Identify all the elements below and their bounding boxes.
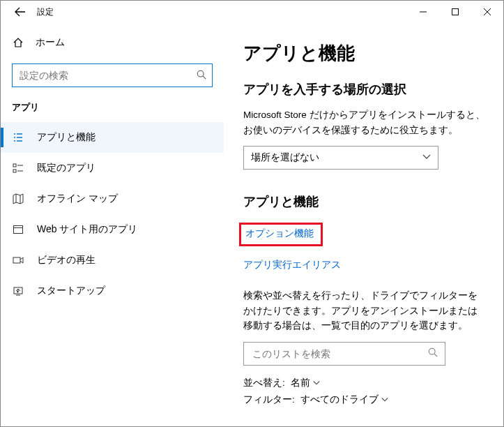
optional-features-link[interactable]: オプション機能: [239, 223, 323, 246]
apps-description: 検索や並べ替えを行ったり、ドライブでフィルターをかけたりできます。アプリをアンイ…: [243, 288, 485, 334]
install-source-dropdown[interactable]: 場所を選ばない: [243, 146, 438, 170]
minimize-icon: [420, 8, 427, 15]
dropdown-value: 場所を選ばない: [251, 151, 319, 164]
sidebar-item-label: アプリと機能: [37, 131, 96, 144]
home-label: ホーム: [36, 36, 65, 49]
search-icon: [428, 347, 438, 359]
sidebar-item-label: Web サイト用のアプリ: [37, 223, 137, 236]
window-title: 設定: [34, 6, 54, 18]
sidebar-item-apps-features[interactable]: アプリと機能: [1, 122, 224, 153]
list-icon: [12, 132, 24, 143]
video-icon: [12, 255, 24, 266]
home-nav[interactable]: ホーム: [1, 29, 224, 57]
defaults-icon: [12, 163, 24, 174]
sidebar-item-default-apps[interactable]: 既定のアプリ: [1, 153, 224, 183]
sort-label: 並べ替え:: [243, 377, 285, 389]
page-title: アプリと機能: [243, 41, 485, 66]
filter-control[interactable]: フィルター: すべてのドライブ: [243, 394, 485, 406]
sort-value: 名前: [291, 377, 310, 389]
chevron-down-icon: [313, 380, 320, 387]
sidebar-item-startup[interactable]: スタートアップ: [1, 276, 224, 306]
app-list-search-input[interactable]: [251, 347, 428, 360]
filter-label: フィルター:: [243, 394, 295, 406]
website-icon: [12, 224, 24, 235]
sidebar-item-label: ビデオの再生: [37, 254, 96, 267]
sidebar-item-offline-maps[interactable]: オフライン マップ: [1, 183, 224, 214]
svg-rect-0: [452, 9, 459, 15]
filter-value: すべてのドライブ: [300, 394, 379, 406]
back-button[interactable]: [6, 1, 34, 23]
app-list-search[interactable]: [243, 342, 445, 366]
close-button[interactable]: [471, 1, 503, 23]
chevron-down-icon: [422, 152, 431, 163]
maximize-icon: [452, 8, 459, 15]
sidebar-item-website-apps[interactable]: Web サイト用のアプリ: [1, 214, 224, 245]
sidebar-item-label: 既定のアプリ: [37, 162, 96, 174]
sidebar-item-video-playback[interactable]: ビデオの再生: [1, 245, 224, 276]
map-icon: [12, 193, 24, 204]
arrow-left-icon: [15, 6, 26, 17]
settings-search[interactable]: [12, 63, 213, 87]
sidebar: ホーム アプリ アプリと機能 既定のアプリ: [1, 23, 224, 426]
source-heading: アプリを入手する場所の選択: [243, 81, 485, 98]
minimize-button[interactable]: [407, 1, 439, 23]
chevron-down-icon: [381, 396, 388, 403]
startup-icon: [12, 285, 24, 297]
sidebar-item-label: スタートアップ: [37, 285, 105, 297]
settings-search-input[interactable]: [18, 69, 197, 82]
apps-heading: アプリと機能: [243, 193, 485, 210]
app-exec-alias-link[interactable]: アプリ実行エイリアス: [243, 259, 341, 271]
svg-rect-5: [14, 226, 23, 234]
svg-point-1: [197, 70, 204, 77]
maximize-button[interactable]: [439, 1, 471, 23]
svg-rect-3: [13, 170, 16, 172]
sort-control[interactable]: 並べ替え: 名前: [243, 377, 485, 389]
svg-rect-2: [13, 164, 16, 167]
content-pane: アプリと機能 アプリを入手する場所の選択 Microsoft Store だけか…: [224, 23, 503, 426]
home-icon: [12, 37, 24, 48]
search-icon: [197, 70, 206, 82]
svg-point-8: [429, 349, 435, 355]
sidebar-section-label: アプリ: [1, 91, 224, 118]
sidebar-item-label: オフライン マップ: [37, 193, 118, 205]
close-icon: [484, 8, 491, 15]
source-description: Microsoft Store だけからアプリをインストールすると、お使いのデバ…: [243, 107, 485, 137]
svg-rect-6: [13, 257, 20, 263]
